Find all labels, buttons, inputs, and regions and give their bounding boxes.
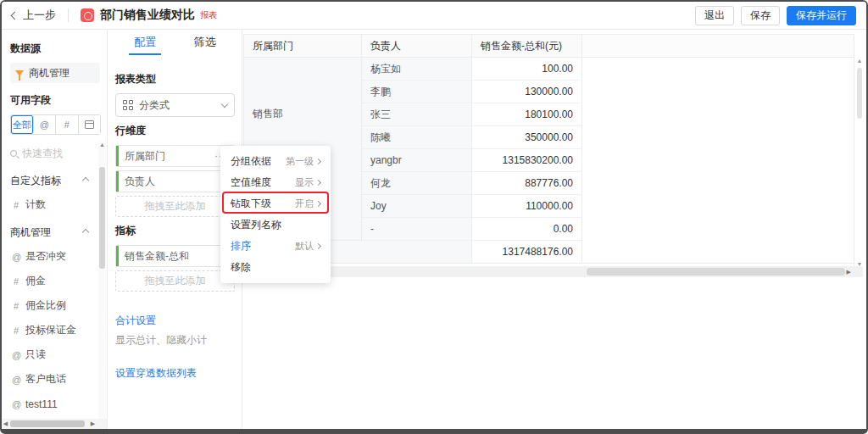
field-filter-tabs: 全部 @ # [10,114,101,135]
field-item[interactable]: # 佣金 [10,269,100,293]
save-button[interactable]: 保存 [741,6,780,25]
table-right-border [854,34,854,274]
filter-tab-all[interactable]: 全部 [11,115,34,134]
scrollbar-thumb[interactable] [99,167,105,269]
chevron-right-icon [315,180,321,186]
filter-tab-text[interactable]: @ [34,115,57,134]
field-item[interactable]: # 计数 [10,192,100,217]
row-dim-dropzone[interactable]: 拖拽至此添加 [115,196,235,217]
topbar: 上一步 部门销售业绩对比 报表 退出 保存 保存并运行 [2,2,866,30]
report-type-select[interactable]: 分类式 [115,93,235,117]
column-header-owner: 负责人 [362,35,472,57]
table-row: yangbr 1315830200.00 [362,149,582,172]
table-row: 何龙 887776.00 [362,172,582,195]
scroll-right-arrow[interactable]: ▶ [89,420,97,427]
scroll-up-arrow[interactable]: ▲ [98,142,106,147]
filter-tab-date[interactable] [79,115,101,134]
total-row: 1317488176.00 [243,241,854,264]
drill-data-link[interactable]: 设置穿透数据列表 [115,366,235,381]
metric-item-sales-sum[interactable]: 销售金额-总和 [115,245,235,267]
grid-layout-icon [123,100,133,110]
report-designer-window: 上一步 部门销售业绩对比 报表 退出 保存 保存并运行 数据源 商机管理 可用字… [0,0,868,434]
report-type-label: 报表类型 [115,72,235,86]
calendar-icon [85,120,94,129]
column-header-department: 所属部门 [243,35,362,57]
table-row: 张三 180100.00 [362,103,582,126]
divider [68,8,69,22]
funnel-icon [15,70,24,76]
table-row: 李鹏 130000.00 [362,81,582,103]
back-label: 上一步 [23,8,56,23]
caret-up-icon [82,177,89,184]
datasource-header: 数据源 [10,42,100,56]
section-custom-metrics[interactable]: 自定义指标 [10,169,100,192]
total-amount: 1317488176.00 [472,241,582,263]
field-item[interactable]: @ test111 [10,392,100,416]
field-search[interactable] [10,143,100,164]
table-row: - 0.00 [362,218,582,241]
field-item[interactable]: # 投标保证金 [10,318,100,342]
scroll-left-arrow[interactable]: ◀ [2,420,9,427]
preview-table: 所属部门 负责人 销售金额-总和(元) 销售部 杨宝如 100.00 李鹏 13… [243,34,854,264]
table-row: 杨宝如 100.00 [362,58,582,81]
scrollbar-thumb[interactable] [857,68,862,119]
table-vertical-scrollbar[interactable]: ▲ ▼ [855,58,864,267]
tab-config[interactable]: 配置 [134,30,156,57]
chevron-right-icon [315,243,321,249]
preview-canvas: 所属部门 负责人 销售金额-总和(元) 销售部 杨宝如 100.00 李鹏 13… [243,30,866,429]
sidebar-horizontal-scrollbar[interactable]: ◀ ▶ [2,419,107,429]
scroll-up-arrow[interactable]: ▲ [855,58,864,64]
report-type-badge: 报表 [200,9,217,21]
field-sidebar: 数据源 商机管理 可用字段 全部 @ # 自定义指标 # [2,30,108,429]
exit-button[interactable]: 退出 [695,6,734,25]
menu-item-remove[interactable]: 移除 [220,257,331,278]
scrollbar-thumb[interactable] [587,268,845,275]
search-input[interactable] [22,147,90,159]
scroll-right-arrow[interactable]: ▶ [847,269,851,275]
save-and-run-button[interactable]: 保存并运行 [787,6,856,25]
search-icon [10,150,17,157]
field-item[interactable]: @ 只读 [10,342,100,367]
chevron-down-icon [221,100,228,107]
chevron-right-icon [315,159,321,164]
row-dim-item-owner[interactable]: 负责人 [115,170,235,192]
table-horizontal-scrollbar[interactable]: ▶ [243,266,863,277]
chevron-right-icon [315,201,321,207]
tab-filter[interactable]: 筛选 [194,30,216,57]
menu-item-set-column-name[interactable]: 设置列名称 [220,214,331,236]
row-dim-item-department[interactable]: 所属部门 ··· [115,145,235,167]
back-button[interactable]: 上一步 [12,8,56,23]
field-item[interactable]: @ 客户电话 [10,367,100,392]
report-icon [81,8,94,22]
page-title: 部门销售业绩对比 [100,8,195,23]
metric-label: 指标 [115,224,235,238]
menu-item-drill-down[interactable]: 钻取下级 开启 [220,193,331,214]
column-header-amount: 销售金额-总和(元) [472,35,582,57]
table-row: Joy 110000.00 [362,195,582,218]
filter-tab-number[interactable]: # [56,115,79,134]
datasource-item[interactable]: 商机管理 [10,63,100,83]
table-row: 陈曦 350000.00 [362,126,582,149]
caret-up-icon [82,229,89,236]
fields-header: 可用字段 [10,93,100,108]
menu-item-null-dimension[interactable]: 空值维度 显示 [220,172,331,193]
menu-item-group-by[interactable]: 分组依据 第一级 [220,151,331,172]
dimension-context-menu: 分组依据 第一级 空值维度 显示 钻取下级 开启 设置列名称 排序 默认 移除 [220,146,331,283]
scrollbar-thumb[interactable] [10,420,85,427]
menu-item-sort[interactable]: 排序 默认 [220,236,331,257]
total-settings-note: 显示总计、隐藏小计 [115,333,235,348]
total-settings-link[interactable]: 合计设置 [115,314,235,328]
field-item[interactable]: @ 是否冲突 [10,244,100,269]
field-item[interactable]: # 佣金比例 [10,293,100,318]
row-dimension-label: 行维度 [115,124,235,138]
metric-dropzone[interactable]: 拖拽至此添加 [115,270,235,292]
chevron-left-icon [11,11,19,19]
section-opportunity[interactable]: 商机管理 [10,220,100,244]
sidebar-vertical-scrollbar[interactable]: ▲ ▼ [98,142,106,434]
